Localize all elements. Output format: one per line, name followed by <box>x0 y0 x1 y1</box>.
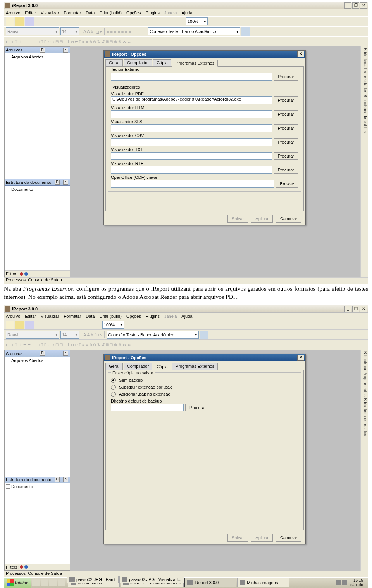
line-icon[interactable] <box>80 321 88 329</box>
browse-button[interactable]: Browse <box>276 180 298 188</box>
image-icon[interactable] <box>131 17 140 26</box>
rect-icon[interactable] <box>90 17 98 26</box>
datasource-combo[interactable]: Conexão Teste - Banco Acadêmico▾ <box>148 27 240 35</box>
menu-data[interactable]: Data <box>86 10 95 15</box>
ql-icon[interactable] <box>58 579 65 586</box>
color-icon[interactable] <box>135 27 144 36</box>
minimize-button[interactable]: _ <box>344 2 351 9</box>
tab-compilador[interactable]: Compilador <box>124 59 152 66</box>
zoomout-icon[interactable] <box>135 321 143 329</box>
dialog-close-button[interactable]: ✕ <box>297 355 304 361</box>
chart-icon[interactable] <box>164 17 172 26</box>
pin-icon[interactable]: ⊓ <box>55 180 60 185</box>
barcode-icon[interactable] <box>141 17 150 26</box>
tree-item-arquivos[interactable]: Arquivos Abertos <box>11 55 43 59</box>
csv-input[interactable] <box>111 138 272 146</box>
tab-geral[interactable]: Geral <box>105 59 123 66</box>
filter-dot-icon[interactable] <box>20 565 23 569</box>
font-combo[interactable]: Raavi▾ <box>6 331 59 339</box>
procurar-button[interactable]: Procurar <box>185 404 210 411</box>
tab-programas-externos[interactable]: Programas Externos <box>172 60 218 67</box>
start-button[interactable]: Iniciar <box>4 578 31 588</box>
panel-close-icon[interactable]: × <box>63 180 68 185</box>
tree-item-arquivos[interactable]: Arquivos Abertos <box>11 358 43 363</box>
ql-icon[interactable] <box>41 579 48 586</box>
tab-copia[interactable]: Cópia <box>153 363 171 370</box>
run3-icon[interactable] <box>248 17 256 26</box>
text-icon[interactable] <box>112 17 121 26</box>
filter-dot2-icon[interactable] <box>24 272 28 276</box>
tree-toggle-icon[interactable] <box>6 484 10 489</box>
save-icon[interactable] <box>25 321 34 329</box>
menu-plugins[interactable]: Plugins <box>146 314 160 319</box>
menu-ajuda[interactable]: Ajuda <box>181 10 192 15</box>
cancelar-button[interactable]: Cancelar <box>276 534 301 542</box>
tree-toggle-icon[interactable] <box>6 187 10 191</box>
menu-ajuda[interactable]: Ajuda <box>181 314 192 319</box>
pin-icon[interactable]: ⊓ <box>55 477 60 482</box>
zoom-combo[interactable]: 100%▾ <box>102 321 124 329</box>
task-item[interactable]: passo02.JPG - Visualizad... <box>119 576 184 583</box>
fontsize-combo[interactable]: 14▾ <box>60 331 79 339</box>
run-icon[interactable] <box>228 17 237 26</box>
db-icon[interactable] <box>200 331 208 339</box>
tab-geral[interactable]: Geral <box>105 363 123 370</box>
html-input[interactable] <box>111 110 272 118</box>
menu-visualizar[interactable]: Visualizar <box>41 314 59 319</box>
tree-item-documento[interactable]: Documento <box>11 484 33 489</box>
tab-copia[interactable]: Cópia <box>153 59 171 66</box>
editor-externo-input[interactable] <box>111 73 272 81</box>
menu-arquivo[interactable]: Arquivo <box>6 10 20 15</box>
tree-item-documento[interactable]: Documento <box>11 187 33 192</box>
menu-opcoes[interactable]: Opções <box>126 10 141 15</box>
tab-processos[interactable]: Processos <box>6 278 26 284</box>
new-icon[interactable] <box>6 17 14 26</box>
rect-icon[interactable] <box>90 321 98 329</box>
pin-icon[interactable]: ⊓ <box>40 48 45 53</box>
zoomin-icon[interactable] <box>125 321 134 329</box>
tray-icon[interactable] <box>342 580 347 585</box>
close-button[interactable]: ✕ <box>360 306 367 312</box>
pin-icon[interactable]: ⊓ <box>40 351 45 356</box>
copy-icon[interactable] <box>48 321 56 329</box>
menu-opcoes[interactable]: Opções <box>126 314 141 319</box>
salvar-button[interactable]: Salvar <box>227 534 248 542</box>
fontsize-combo[interactable]: 14▾ <box>60 27 79 35</box>
subreport-icon[interactable] <box>154 17 162 26</box>
right-dock-strip[interactable]: Biblioteca Propriedades Biblioteca de es… <box>360 46 368 277</box>
procurar-button[interactable]: Procurar <box>274 110 298 118</box>
zoomin-icon[interactable] <box>209 17 217 26</box>
odf-input[interactable] <box>111 180 274 188</box>
restore-button[interactable]: ❐ <box>352 306 359 312</box>
right-dock-strip[interactable]: Biblioteca Propriedades Biblioteca de es… <box>360 350 368 571</box>
zoomout-icon[interactable] <box>219 17 227 26</box>
panel-close-icon[interactable]: × <box>63 351 68 356</box>
menu-criar[interactable]: Criar (build) <box>99 314 121 319</box>
filter-dot-icon[interactable] <box>20 272 23 276</box>
pointer-icon[interactable] <box>70 17 79 26</box>
open-icon[interactable] <box>16 321 24 329</box>
tab-console[interactable]: Console de Saída <box>28 571 62 577</box>
task-item[interactable]: passo02.JPG - Paint <box>67 576 119 583</box>
menu-formatar[interactable]: Formatar <box>64 314 81 319</box>
panel-close-icon[interactable]: × <box>63 477 68 482</box>
run2-icon[interactable] <box>238 17 246 26</box>
ql-icon[interactable] <box>32 579 40 586</box>
db-icon[interactable] <box>241 27 250 36</box>
zoom-combo[interactable]: 100%▾ <box>186 17 208 25</box>
menu-data[interactable]: Data <box>86 314 95 319</box>
save-icon[interactable] <box>25 17 34 26</box>
procurar-button[interactable]: Procurar <box>274 138 298 146</box>
menu-editar[interactable]: Editar <box>25 314 36 319</box>
procurar-button[interactable]: Procurar <box>274 152 298 160</box>
task-item[interactable]: iReport 3.0.0 <box>184 578 236 587</box>
ql-icon[interactable] <box>49 579 57 586</box>
tab-processos[interactable]: Processos <box>6 571 26 577</box>
ellipse-icon[interactable] <box>99 17 108 26</box>
procurar-button[interactable]: Procurar <box>274 166 298 174</box>
menu-editar[interactable]: Editar <box>25 10 36 15</box>
line-icon[interactable] <box>80 17 88 26</box>
procurar-button[interactable]: Procurar <box>274 73 298 81</box>
cut-icon[interactable] <box>38 17 46 26</box>
new-icon[interactable] <box>6 321 14 329</box>
